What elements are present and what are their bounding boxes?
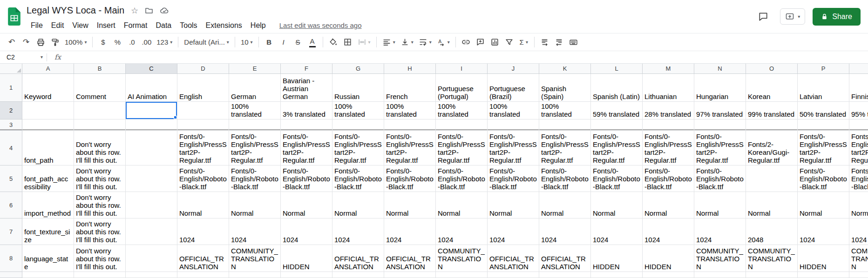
column-header-L[interactable]: L [591,64,643,74]
cell-H2[interactable]: 100% translated [384,102,436,119]
cell-O5[interactable] [746,165,798,192]
cell-A2[interactable] [22,102,74,119]
row-header-6[interactable]: 6 [0,192,22,218]
move-to-folder-icon[interactable] [145,7,153,15]
text-direction-ltr-button[interactable] [538,35,552,49]
row-header-8[interactable]: 8 [0,245,22,272]
cell-K4[interactable]: Fonts/0-English/PressStart2P-Regular.ttf [539,131,591,165]
cell-J7[interactable]: 1024 [488,218,539,245]
cell-H6[interactable]: Normal [384,192,436,218]
cell-K2[interactable]: 100% translated [539,102,591,119]
cell-C4[interactable] [126,131,177,165]
text-wrap-button[interactable]: ▾ [416,35,434,49]
menu-view[interactable]: View [68,20,92,31]
cell-M7[interactable]: 1024 [643,218,694,245]
column-header-O[interactable]: O [746,64,798,74]
column-header-E[interactable]: E [229,64,281,74]
horizontal-align-button[interactable]: ▾ [380,35,398,49]
cell-F6[interactable]: Normal [281,192,332,218]
column-header-P[interactable]: P [798,64,849,74]
cell-G1[interactable]: Russian [332,74,384,102]
cell-A8[interactable]: language_state [22,245,74,272]
cell-B3[interactable] [74,119,126,131]
decrease-decimal-button[interactable]: .0 [125,35,139,49]
column-header-Q[interactable]: Q [849,64,868,74]
column-header-B[interactable]: B [74,64,126,74]
cell-G7[interactable]: 1024 [332,218,384,245]
cell-J8[interactable]: OFFICIAL_TRANSLATION [488,245,539,272]
cell-E8[interactable]: COMMUNITY_TRANSLATION [229,245,281,272]
menu-extensions[interactable]: Extensions [202,20,246,31]
column-header-M[interactable]: M [643,64,694,74]
cell-P6[interactable]: Normal [798,192,849,218]
cell-D7[interactable]: 1024 [177,218,229,245]
cell-F1[interactable]: Bavarian - Austrian German [281,74,332,102]
cell-N3[interactable] [694,119,746,131]
cell-I9[interactable] [436,272,488,278]
cell-M9[interactable] [643,272,694,278]
cell-P3[interactable] [798,119,849,131]
menu-data[interactable]: Data [151,20,176,31]
cell-H9[interactable] [384,272,436,278]
cell-M6[interactable]: Normal [643,192,694,218]
cell-C8[interactable] [126,245,177,272]
cell-B2[interactable] [74,102,126,119]
column-header-I[interactable]: I [436,64,488,74]
cell-J3[interactable] [488,119,539,131]
font-select[interactable]: Default (Ari...▾ [182,35,231,49]
cell-L3[interactable] [591,119,643,131]
row-header-4[interactable]: 4 [0,131,22,165]
bold-button[interactable]: B [262,35,276,49]
cell-Q6[interactable]: Normal [849,192,868,218]
share-button[interactable]: Share [813,8,861,26]
text-rotation-button[interactable]: A ▾ [434,35,452,49]
cell-D2[interactable] [177,102,229,119]
cell-I8[interactable]: COMMUNITY_TRANSLATION [436,245,488,272]
cell-B7[interactable]: Don't worry about this row. I'll fill th… [74,218,126,245]
create-filter-button[interactable] [502,35,516,49]
cell-C7[interactable] [126,218,177,245]
cell-K7[interactable]: 1024 [539,218,591,245]
menu-edit[interactable]: Edit [47,20,68,31]
cell-D9[interactable] [177,272,229,278]
cell-C1[interactable]: AI Animation [126,74,177,102]
name-box[interactable]: C2 ▾ [0,51,47,63]
cell-B1[interactable]: Comment [74,74,126,102]
cell-M3[interactable] [643,119,694,131]
format-percent-button[interactable]: % [110,35,124,49]
cell-B9[interactable] [74,272,126,278]
merge-cells-button[interactable]: ▾ [355,35,373,49]
sheets-logo-icon[interactable] [7,7,21,26]
cell-E2[interactable]: 100% translated [229,102,281,119]
star-icon[interactable]: ☆ [131,7,138,15]
present-to-meeting-button[interactable]: ▾ [780,8,805,25]
menu-tools[interactable]: Tools [176,20,201,31]
cell-Q2[interactable]: 95% translated [849,102,868,119]
cell-K3[interactable] [539,119,591,131]
cell-A5[interactable]: font_path_accessibility [22,165,74,192]
cell-I2[interactable]: 100% translated [436,102,488,119]
cell-P9[interactable] [798,272,849,278]
cell-A3[interactable] [22,119,74,131]
column-header-H[interactable]: H [384,64,436,74]
italic-button[interactable]: I [277,35,291,49]
cell-K6[interactable]: Normal [539,192,591,218]
fill-color-button[interactable] [326,35,340,49]
cell-E4[interactable]: Fonts/0-English/PressStart2P-Regular.ttf [229,131,281,165]
cell-I3[interactable] [436,119,488,131]
cell-P7[interactable]: 1024 [798,218,849,245]
print-button[interactable] [34,35,47,49]
cell-H4[interactable]: Fonts/0-English/PressStart2P-Regular.ttf [384,131,436,165]
insert-chart-button[interactable] [488,35,502,49]
cell-P8[interactable]: HIDDEN [798,245,849,272]
last-edit-link[interactable]: Last edit was seconds ago [279,21,362,29]
strikethrough-button[interactable]: S [291,35,305,49]
cell-J5[interactable]: Fonts/0-English/Roboto-Black.ttf [488,165,539,192]
cell-E9[interactable] [229,272,281,278]
cell-N5[interactable]: Fonts/0-English/Roboto-Black.ttf [694,165,746,192]
menu-help[interactable]: Help [246,20,270,31]
row-header-9[interactable] [0,272,22,278]
cell-I1[interactable]: Portuguese (Portugal) [436,74,488,102]
cell-A4[interactable]: font_path [22,131,74,165]
cell-O1[interactable]: Korean [746,74,798,102]
